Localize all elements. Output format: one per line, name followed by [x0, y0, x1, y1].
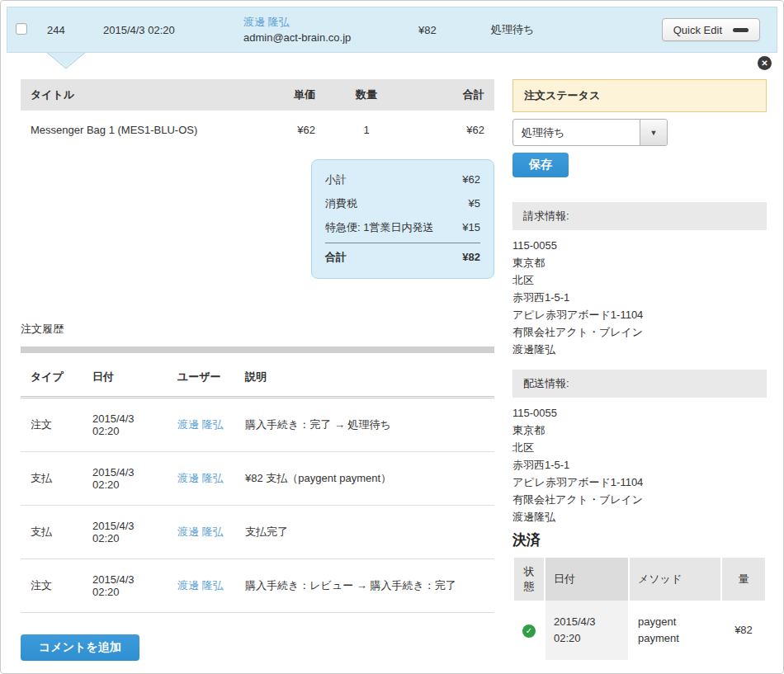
- history-date: 2015/4/3 02:20: [83, 452, 168, 506]
- payment-status-cell: ✓: [514, 601, 544, 660]
- history-type: 支払: [21, 452, 83, 506]
- order-status-text: 処理待ち: [491, 22, 534, 37]
- history-user-link[interactable]: 渡邊 隆弘: [177, 579, 224, 592]
- billing-address: 115-0055 東京都 北区 赤羽西1-5-1 アピレ赤羽アボード1-1104…: [512, 237, 767, 358]
- billing-address-line: 渡邊隆弘: [512, 341, 767, 358]
- order-status-selected-value: 処理待ち: [513, 120, 640, 145]
- success-check-icon: ✓: [522, 625, 536, 638]
- quick-edit-label: Quick Edit: [673, 24, 722, 36]
- order-items-table: タイトル 単価 数量 合計 Messenger Bag 1 (MES1-BLU-…: [21, 79, 494, 149]
- payments-header-method: メソッド: [630, 558, 720, 601]
- shipping-address: 115-0055 東京都 北区 赤羽西1-5-1 アピレ赤羽アボード1-1104…: [512, 404, 767, 526]
- summary-value: ¥62: [462, 167, 480, 191]
- shipping-address-line: 有限会社アクト・ブレイン: [512, 491, 767, 508]
- order-status-header: 注文ステータス: [512, 79, 767, 112]
- history-header-description: 説明: [235, 353, 494, 398]
- history-row: 支払 2015/4/3 02:20 渡邊 隆弘 支払完了: [21, 506, 494, 559]
- summary-divider: [325, 243, 480, 243]
- history-description: 購入手続き：完了 → 処理待ち: [235, 398, 494, 452]
- order-date: 2015/4/3 02:20: [103, 24, 243, 36]
- item-unit-price: ¥62: [263, 111, 325, 149]
- summary-row: 小計 ¥62: [325, 167, 480, 191]
- shipping-address-line: 渡邊隆弘: [512, 508, 767, 526]
- item-total: ¥62: [408, 111, 494, 149]
- items-header-title: タイトル: [21, 79, 263, 111]
- payment-row: ✓ 2015/4/3 02:20 paygent payment ¥82: [514, 601, 765, 660]
- payments-header-row: 状態 日付 メソッド 量: [514, 558, 765, 601]
- billing-address-line: 北区: [512, 271, 767, 289]
- summary-row: 消費税 ¥5: [325, 191, 480, 215]
- order-summary-box: 小計 ¥62 消費税 ¥5 特急便: 1営業日内発送 ¥15: [311, 159, 494, 279]
- history-description: 支払完了: [235, 506, 494, 559]
- payments-header-amount: 量: [722, 558, 765, 601]
- summary-row: 特急便: 1営業日内発送 ¥15: [325, 215, 480, 239]
- history-user-link[interactable]: 渡邊 隆弘: [177, 526, 224, 538]
- billing-address-line: 115-0055: [512, 237, 767, 254]
- shipping-address-line: 北区: [512, 439, 767, 456]
- right-column: 注文ステータス 処理待ち ▼ 保存 請求情報: 115-0055 東京都 北区 …: [512, 79, 767, 661]
- payment-method: paygent payment: [630, 601, 720, 660]
- left-column: タイトル 単価 数量 合計 Messenger Bag 1 (MES1-BLU-…: [21, 79, 494, 661]
- close-button[interactable]: ✕: [758, 56, 772, 70]
- history-header-user: ユーザー: [168, 353, 235, 398]
- order-id: 244: [47, 24, 103, 36]
- history-row: 注文 2015/4/3 02:20 渡邊 隆弘 購入手続き：レビュー → 購入手…: [21, 559, 494, 613]
- items-header-quantity: 数量: [325, 79, 408, 111]
- checkbox-wrap: [16, 23, 47, 37]
- history-description: ¥82 支払（paygent payment）: [235, 452, 494, 506]
- history-user: 渡邊 隆弘: [168, 506, 235, 559]
- history-header-row: タイプ 日付 ユーザー 説明: [21, 353, 494, 398]
- payment-date: 2015/4/3 02:20: [545, 601, 628, 660]
- history-date: 2015/4/3 02:20: [83, 559, 168, 613]
- order-customer: 渡邊 隆弘 admin@act-brain.co.jp: [243, 14, 418, 45]
- item-row: Messenger Bag 1 (MES1-BLU-OS) ¥62 1 ¥62: [21, 111, 494, 149]
- billing-address-line: 赤羽西1-5-1: [512, 289, 767, 306]
- history-title: 注文履歴: [21, 322, 494, 337]
- quick-edit-button[interactable]: Quick Edit: [662, 18, 760, 41]
- summary-value: ¥5: [469, 191, 480, 215]
- payments-title: 決済: [512, 530, 767, 549]
- history-date: 2015/4/3 02:20: [83, 398, 168, 452]
- history-header-date: 日付: [83, 353, 168, 398]
- customer-name-link[interactable]: 渡邊 隆弘: [243, 16, 290, 28]
- billing-address-line: 東京都: [512, 254, 767, 271]
- history-user: 渡邊 隆弘: [168, 398, 235, 452]
- shipping-address-line: アピレ赤羽アボード1-1104: [512, 474, 767, 491]
- shipping-address-line: 115-0055: [512, 404, 767, 422]
- shipping-address-line: 東京都: [512, 422, 767, 439]
- history-header-type: タイプ: [21, 353, 83, 398]
- summary-total-row: 合計 ¥82: [325, 245, 480, 269]
- history-user: 渡邊 隆弘: [168, 559, 235, 613]
- order-history-table: タイプ 日付 ユーザー 説明 注文 2015/4/3 02:20 渡邊 隆弘 購…: [21, 353, 494, 613]
- save-button[interactable]: 保存: [512, 153, 569, 177]
- summary-label: 小計: [325, 167, 347, 191]
- history-description: 購入手続き：レビュー → 購入手続き：完了: [235, 559, 494, 613]
- history-user: 渡邊 隆弘: [168, 452, 235, 506]
- expand-notch-icon: [47, 53, 85, 70]
- payments-header-status: 状態: [514, 558, 544, 601]
- billing-address-line: 有限会社アクト・ブレイン: [512, 323, 767, 341]
- order-checkbox[interactable]: [16, 23, 27, 35]
- summary-total-label: 合計: [325, 245, 347, 269]
- billing-address-line: アピレ赤羽アボード1-1104: [512, 306, 767, 323]
- summary-total-value: ¥82: [462, 245, 480, 269]
- order-total: ¥82: [418, 24, 491, 36]
- history-row: 注文 2015/4/3 02:20 渡邊 隆弘 購入手続き：完了 → 処理待ち: [21, 398, 494, 452]
- order-status-select[interactable]: 処理待ち ▼: [512, 119, 668, 146]
- order-row[interactable]: 244 2015/4/3 02:20 渡邊 隆弘 admin@act-brain…: [7, 7, 777, 53]
- history-date: 2015/4/3 02:20: [83, 506, 168, 559]
- summary-value: ¥15: [462, 215, 480, 239]
- add-comment-button[interactable]: コメントを追加: [21, 634, 139, 661]
- payments-header-date: 日付: [545, 558, 628, 601]
- history-user-link[interactable]: 渡邊 隆弘: [177, 472, 224, 484]
- order-detail-page: 244 2015/4/3 02:20 渡邊 隆弘 admin@act-brain…: [0, 0, 784, 674]
- history-divider-bar: [21, 346, 494, 353]
- items-header-total: 合計: [408, 79, 494, 111]
- summary-label: 特急便: 1営業日内発送: [325, 215, 433, 239]
- payment-amount: ¥82: [722, 601, 765, 660]
- summary-label: 消費税: [325, 191, 357, 215]
- item-quantity: 1: [325, 111, 408, 149]
- history-row: 支払 2015/4/3 02:20 渡邊 隆弘 ¥82 支払（paygent p…: [21, 452, 494, 506]
- history-user-link[interactable]: 渡邊 隆弘: [177, 418, 224, 431]
- items-header-unit-price: 単価: [263, 79, 325, 111]
